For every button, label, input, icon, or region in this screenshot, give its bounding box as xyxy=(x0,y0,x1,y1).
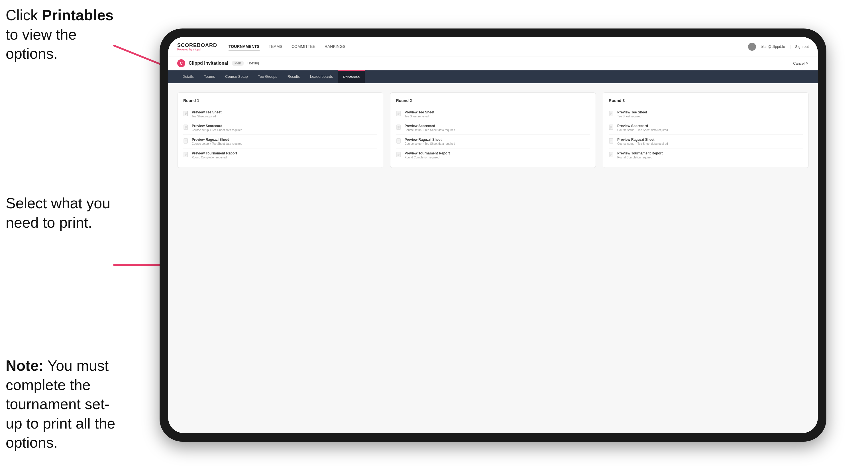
logo-area: SCOREBOARD Powered by clippd xyxy=(177,42,217,51)
tab-leaderboards[interactable]: Leaderboards xyxy=(305,70,338,83)
annotation-bold: Printables xyxy=(42,7,114,23)
doc-icon xyxy=(183,138,189,145)
nav-committee[interactable]: COMMITTEE xyxy=(291,43,315,51)
annotation-top: Click Printables to view the options. xyxy=(6,6,125,64)
tab-bar: Details Teams Course Setup Tee Groups Re… xyxy=(168,70,818,83)
annotation-mid: Select what you need to print. xyxy=(6,194,125,232)
top-nav: SCOREBOARD Powered by clippd TOURNAMENTS… xyxy=(168,37,818,56)
doc-icon xyxy=(396,111,402,118)
tournament-name: Clippd Invitational xyxy=(189,61,228,66)
tournament-gender: Men xyxy=(232,61,244,66)
round-2-tee-sheet[interactable]: Preview Tee Sheet Tee Sheet required xyxy=(396,107,590,121)
tab-teams[interactable]: Teams xyxy=(199,70,220,83)
logo-powered: Powered by clippd xyxy=(177,48,217,51)
tab-printables[interactable]: Printables xyxy=(338,70,365,83)
user-email: blair@clippd.io xyxy=(761,44,785,49)
doc-icon xyxy=(609,138,614,145)
round-2-tournament-report[interactable]: Preview Tournament Report Round Completi… xyxy=(396,149,590,162)
user-avatar xyxy=(748,43,756,51)
tournament-title-area: C Clippd Invitational Men Hosting xyxy=(177,59,259,67)
round-2-title: Round 2 xyxy=(396,98,590,103)
doc-icon xyxy=(609,152,614,159)
sign-out-button[interactable]: Sign out xyxy=(795,44,809,49)
tab-tee-groups[interactable]: Tee Groups xyxy=(253,70,282,83)
top-nav-right: blair@clippd.io | Sign out xyxy=(748,43,809,51)
main-content: Round 1 Preview Tee Sheet Tee Sheet requ… xyxy=(168,83,818,433)
round-1-tournament-report[interactable]: Preview Tournament Report Round Completi… xyxy=(183,149,377,162)
round-1-scorecard[interactable]: Preview Scorecard Course setup + Tee She… xyxy=(183,121,377,135)
tablet-screen: SCOREBOARD Powered by clippd TOURNAMENTS… xyxy=(168,37,818,433)
cancel-button[interactable]: Cancel ✕ xyxy=(793,61,809,65)
doc-icon xyxy=(396,138,402,145)
hosting-badge: Hosting xyxy=(247,61,259,65)
doc-icon xyxy=(609,125,614,131)
tab-course-setup[interactable]: Course Setup xyxy=(220,70,253,83)
sign-out-link[interactable]: | xyxy=(789,44,790,49)
tablet-device: SCOREBOARD Powered by clippd TOURNAMENTS… xyxy=(160,29,827,442)
round-1-tee-sheet[interactable]: Preview Tee Sheet Tee Sheet required xyxy=(183,107,377,121)
top-nav-links: TOURNAMENTS TEAMS COMMITTEE RANKINGS xyxy=(228,43,748,51)
doc-icon xyxy=(183,125,189,131)
doc-icon xyxy=(396,152,402,159)
round-2-raguzzi[interactable]: Preview Raguzzi Sheet Course setup + Tee… xyxy=(396,135,590,149)
doc-icon xyxy=(183,152,189,159)
doc-icon xyxy=(609,111,614,118)
round-2-section: Round 2 Preview Tee Sheet Tee Sheet requ… xyxy=(390,92,596,168)
round-1-section: Round 1 Preview Tee Sheet Tee Sheet requ… xyxy=(177,92,383,168)
round-2-scorecard[interactable]: Preview Scorecard Course setup + Tee She… xyxy=(396,121,590,135)
round-3-raguzzi[interactable]: Preview Raguzzi Sheet Course setup + Tee… xyxy=(609,135,803,149)
nav-teams[interactable]: TEAMS xyxy=(269,43,282,51)
tournament-header: C Clippd Invitational Men Hosting Cancel… xyxy=(168,56,818,70)
round-3-section: Round 3 Preview Tee Sheet Tee Sheet requ… xyxy=(603,92,809,168)
doc-icon xyxy=(396,125,402,131)
doc-icon xyxy=(183,111,189,118)
nav-rankings[interactable]: RANKINGS xyxy=(324,43,345,51)
round-3-title: Round 3 xyxy=(609,98,803,103)
tab-details[interactable]: Details xyxy=(177,70,199,83)
round-1-raguzzi[interactable]: Preview Raguzzi Sheet Course setup + Tee… xyxy=(183,135,377,149)
logo-scoreboard: SCOREBOARD xyxy=(177,42,217,49)
tab-results[interactable]: Results xyxy=(282,70,305,83)
round-3-scorecard[interactable]: Preview Scorecard Course setup + Tee She… xyxy=(609,121,803,135)
c-logo: C xyxy=(177,59,185,67)
round-3-tournament-report[interactable]: Preview Tournament Report Round Completi… xyxy=(609,149,803,162)
annotation-bottom: Note: You must complete the tournament s… xyxy=(6,356,125,453)
nav-tournaments[interactable]: TOURNAMENTS xyxy=(228,43,259,51)
round-1-title: Round 1 xyxy=(183,98,377,103)
rounds-grid: Round 1 Preview Tee Sheet Tee Sheet requ… xyxy=(177,92,809,168)
round-3-tee-sheet[interactable]: Preview Tee Sheet Tee Sheet required xyxy=(609,107,803,121)
